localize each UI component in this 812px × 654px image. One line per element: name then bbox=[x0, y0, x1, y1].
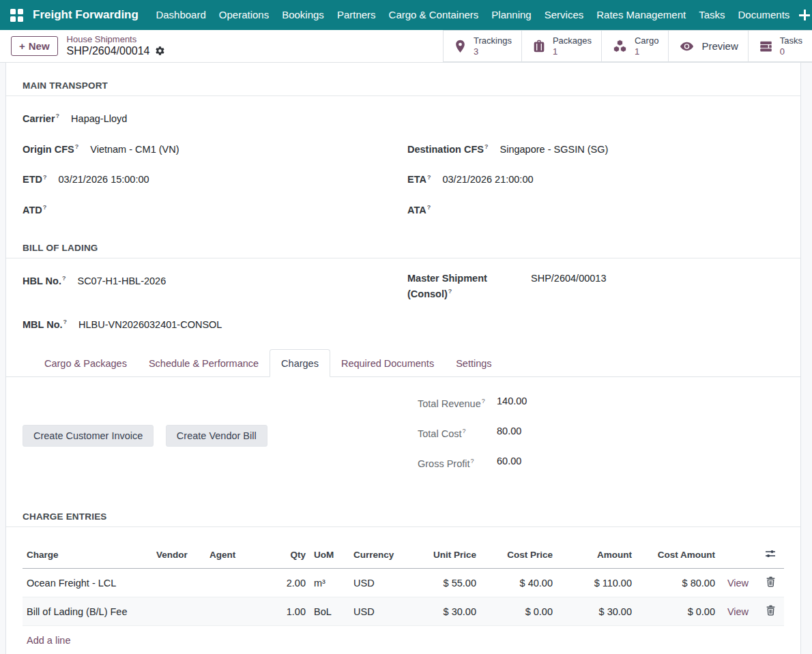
form-sheet: MAIN TRANSPORT Carrier? Hapag-Lloyd Orig… bbox=[5, 63, 801, 654]
nav-item-partners[interactable]: Partners bbox=[330, 0, 382, 30]
cell-qty[interactable]: 2.00 bbox=[272, 569, 310, 597]
total-revenue-row: Total Revenue? 140.00 bbox=[418, 395, 784, 410]
col-header-cost-amount[interactable]: Cost Amount bbox=[636, 541, 719, 569]
view-link[interactable]: View bbox=[727, 606, 749, 617]
optional-columns-icon[interactable] bbox=[765, 548, 776, 561]
stat-button-trackings[interactable]: Trackings 3 bbox=[444, 31, 522, 61]
stat-count: 1 bbox=[553, 46, 592, 57]
gear-icon[interactable] bbox=[155, 46, 165, 56]
stat-label: Cargo bbox=[635, 35, 658, 46]
main-transport-fields: Carrier? Hapag-Lloyd Origin CFS? Vietnam… bbox=[23, 110, 784, 232]
hbl-no-value[interactable]: SC07-H1-HBL-2026 bbox=[77, 276, 166, 286]
map-pin-icon bbox=[453, 38, 467, 55]
destination-cfs-value[interactable]: Singapore - SGSIN (SG) bbox=[500, 144, 609, 155]
col-header-amount[interactable]: Amount bbox=[557, 541, 636, 569]
tab-schedule-performance[interactable]: Schedule & Performance bbox=[138, 350, 270, 376]
field-ata: ATA? bbox=[407, 201, 784, 217]
stat-button-tasks[interactable]: Tasks 0 bbox=[749, 31, 812, 61]
cell-uom[interactable]: m³ bbox=[310, 569, 349, 597]
master-shipment-value[interactable]: SHP/2604/00013 bbox=[531, 272, 606, 285]
cell-unit-price[interactable]: $ 55.00 bbox=[412, 569, 480, 597]
stat-label: Tasks bbox=[780, 35, 802, 46]
eta-value[interactable]: 03/21/2026 21:00:00 bbox=[442, 174, 533, 185]
create-vendor-bill-button[interactable]: Create Vendor Bill bbox=[166, 425, 267, 447]
create-customer-invoice-button[interactable]: Create Customer Invoice bbox=[23, 425, 154, 447]
cell-cost-price[interactable]: $ 0.00 bbox=[480, 597, 557, 626]
stat-button-preview[interactable]: Preview bbox=[669, 31, 748, 61]
col-header-uom[interactable]: UoM bbox=[310, 541, 349, 569]
charges-tab-panel: Create Customer Invoice Create Vendor Bi… bbox=[23, 377, 784, 484]
view-link[interactable]: View bbox=[727, 578, 749, 589]
nav-item-bookings[interactable]: Bookings bbox=[276, 0, 331, 30]
plus-icon[interactable] bbox=[798, 9, 811, 21]
trash-icon[interactable] bbox=[766, 576, 776, 589]
new-button[interactable]: +New bbox=[11, 36, 58, 56]
mbl-no-value[interactable]: HLBU-VN2026032401-CONSOL bbox=[78, 319, 222, 330]
help-marker: ? bbox=[427, 174, 431, 181]
gross-profit-value: 60.00 bbox=[497, 455, 521, 470]
col-header-currency[interactable]: Currency bbox=[349, 541, 412, 569]
help-marker: ? bbox=[43, 174, 47, 181]
field-hbl-no: HBL No.? SC07-H1-HBL-2026 bbox=[23, 272, 407, 301]
control-panel: +New House Shipments SHP/2604/00014 Trac… bbox=[0, 30, 812, 63]
nav-item-documents[interactable]: Documents bbox=[731, 0, 796, 30]
nav-item-tasks[interactable]: Tasks bbox=[693, 0, 731, 30]
cell-currency[interactable]: USD bbox=[349, 569, 412, 597]
col-header-agent[interactable]: Agent bbox=[205, 541, 272, 569]
carrier-value[interactable]: Hapag-Lloyd bbox=[71, 113, 127, 124]
cell-vendor[interactable] bbox=[152, 597, 205, 626]
cell-cost-price[interactable]: $ 40.00 bbox=[480, 569, 557, 597]
record-name: SHP/2604/00014 bbox=[67, 45, 166, 57]
help-marker: ? bbox=[56, 113, 60, 119]
bill-of-lading-fields: HBL No.? SC07-H1-HBL-2026 Master Shipmen… bbox=[23, 272, 784, 346]
stat-button-packages[interactable]: Packages 1 bbox=[522, 31, 602, 61]
help-marker: ? bbox=[448, 288, 452, 295]
cell-currency[interactable]: USD bbox=[349, 597, 412, 626]
etd-value[interactable]: 03/21/2026 15:00:00 bbox=[59, 174, 149, 185]
origin-cfs-value[interactable]: Vietnam - CM1 (VN) bbox=[90, 144, 179, 155]
nav-item-operations[interactable]: Operations bbox=[212, 0, 275, 30]
cell-cost-amount[interactable]: $ 0.00 bbox=[636, 597, 719, 626]
cell-unit-price[interactable]: $ 30.00 bbox=[412, 597, 480, 626]
breadcrumb-parent-link[interactable]: House Shipments bbox=[67, 35, 166, 45]
field-atd: ATD? bbox=[23, 201, 407, 217]
trash-icon[interactable] bbox=[766, 605, 776, 618]
tab-required-documents[interactable]: Required Documents bbox=[330, 350, 445, 376]
cell-qty[interactable]: 1.00 bbox=[272, 597, 310, 626]
stat-button-cargo[interactable]: Cargo 1 bbox=[602, 31, 669, 61]
nav-item-cargo-containers[interactable]: Cargo & Containers bbox=[382, 0, 485, 30]
cell-amount[interactable]: $ 110.00 bbox=[557, 569, 636, 597]
col-header-unit-price[interactable]: Unit Price bbox=[412, 541, 480, 569]
cell-agent[interactable] bbox=[205, 597, 272, 626]
stat-label: Packages bbox=[553, 35, 592, 46]
col-header-qty[interactable]: Qty bbox=[272, 541, 310, 569]
top-navbar: Freight Forwarding Dashboard Operations … bbox=[0, 0, 812, 30]
tab-cargo-packages[interactable]: Cargo & Packages bbox=[33, 350, 138, 376]
cell-charge[interactable]: Ocean Freight - LCL bbox=[23, 569, 152, 597]
col-header-cost-price[interactable]: Cost Price bbox=[480, 541, 557, 569]
cell-uom[interactable]: BoL bbox=[310, 597, 349, 626]
field-destination-cfs: Destination CFS? Singapore - SGSIN (SG) bbox=[407, 140, 784, 156]
help-marker: ? bbox=[462, 428, 465, 434]
cell-cost-amount[interactable]: $ 80.00 bbox=[636, 569, 719, 597]
cell-vendor[interactable] bbox=[152, 569, 205, 597]
eye-icon bbox=[678, 39, 695, 54]
nav-item-dashboard[interactable]: Dashboard bbox=[149, 0, 212, 30]
nav-item-services[interactable]: Services bbox=[538, 0, 590, 30]
nav-item-planning[interactable]: Planning bbox=[485, 0, 538, 30]
cell-agent[interactable] bbox=[205, 569, 272, 597]
cell-charge[interactable]: Bill of Lading (B/L) Fee bbox=[23, 597, 152, 626]
col-header-charge[interactable]: Charge bbox=[23, 541, 152, 569]
nav-item-rates-management[interactable]: Rates Management bbox=[590, 0, 693, 30]
apps-grid-icon[interactable] bbox=[10, 9, 23, 22]
charge-row-bl-fee: Bill of Lading (B/L) Fee 1.00 BoL USD $ … bbox=[23, 597, 784, 626]
app-brand[interactable]: Freight Forwarding bbox=[33, 8, 139, 22]
col-header-vendor[interactable]: Vendor bbox=[152, 541, 205, 569]
stat-label: Preview bbox=[701, 40, 738, 53]
stat-count: 0 bbox=[780, 46, 802, 57]
tab-charges[interactable]: Charges bbox=[270, 349, 330, 377]
add-a-line-link[interactable]: Add a line bbox=[23, 626, 784, 654]
tab-settings[interactable]: Settings bbox=[445, 350, 502, 376]
section-title-main-transport: MAIN TRANSPORT bbox=[6, 80, 800, 96]
cell-amount[interactable]: $ 30.00 bbox=[557, 597, 636, 626]
